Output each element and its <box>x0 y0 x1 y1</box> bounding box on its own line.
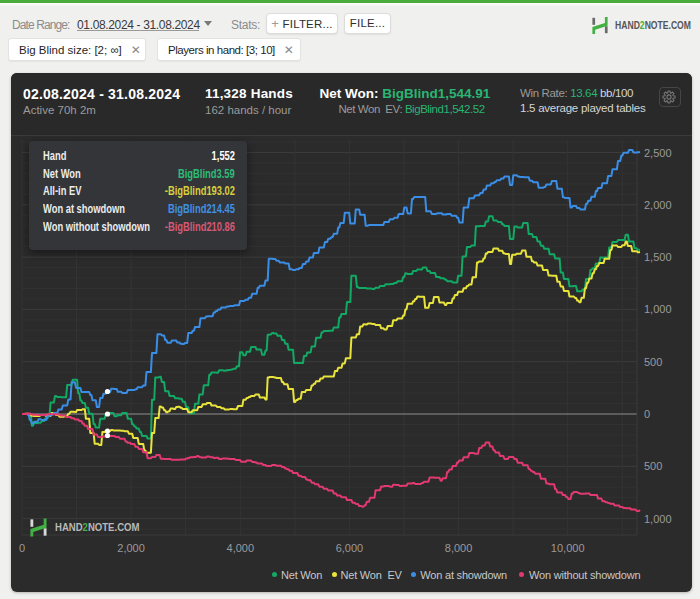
svg-text:HAND2NOTE.COM: HAND2NOTE.COM <box>55 521 139 533</box>
svg-text:2,000: 2,000 <box>644 199 672 211</box>
svg-text:4,000: 4,000 <box>227 542 255 554</box>
svg-text:0: 0 <box>19 542 25 554</box>
svg-text:2,500: 2,500 <box>644 147 672 159</box>
svg-text:1,500: 1,500 <box>644 251 672 263</box>
svg-text:6,000: 6,000 <box>336 542 364 554</box>
svg-text:2,000: 2,000 <box>117 542 145 554</box>
svg-text:1,000: 1,000 <box>644 303 672 315</box>
svg-text:8,000: 8,000 <box>445 542 473 554</box>
svg-text:0: 0 <box>644 408 650 420</box>
svg-text:500: 500 <box>644 356 662 368</box>
svg-text:500: 500 <box>644 460 662 472</box>
svg-text:10,000: 10,000 <box>551 542 585 554</box>
svg-text:1,000: 1,000 <box>644 513 672 525</box>
